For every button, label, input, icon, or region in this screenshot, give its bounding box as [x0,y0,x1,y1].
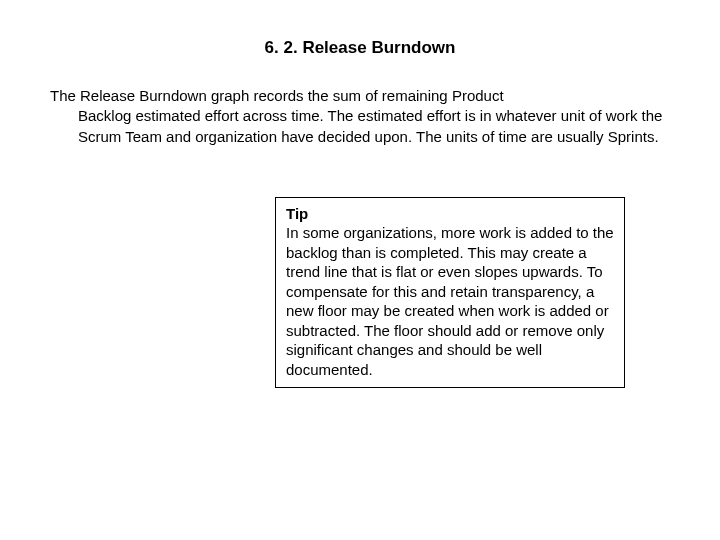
paragraph-line-first: The Release Burndown graph records the s… [50,86,670,106]
section-heading: 6. 2. Release Burndown [50,38,670,58]
section-paragraph: The Release Burndown graph records the s… [50,86,670,147]
tip-box: Tip In some organizations, more work is … [275,197,625,389]
paragraph-line-rest: Backlog estimated effort across time. Th… [50,106,670,147]
tip-label: Tip [286,204,614,224]
tip-body: In some organizations, more work is adde… [286,224,614,378]
